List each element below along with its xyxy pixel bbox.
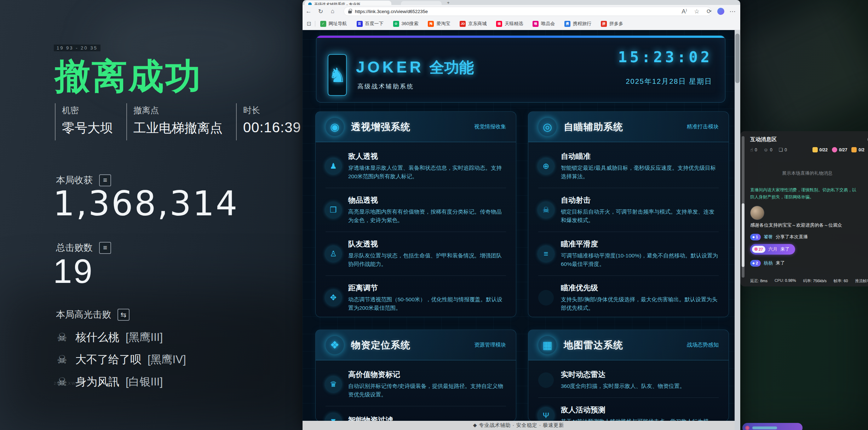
stat-duration: 时长 00:16:39 — [236, 103, 301, 140]
back-icon[interactable]: ← — [303, 8, 315, 15]
bookmark-item[interactable]: 百 百度一下 — [357, 21, 384, 27]
feature-item: ≡ 瞄准平滑度 可调节瞄准移动平滑度(10-100%)，避免不自然移动。默认设置… — [538, 232, 719, 268]
feature-item: ♙ 队友透视 显示队友位置与状态，包括生命值、护甲和装备情况。增强团队协同作战能… — [326, 232, 506, 268]
latency-stat: 延迟: 8ms — [750, 278, 768, 284]
card-header: ◉ 透视增强系统 视觉情报收集 — [316, 112, 516, 142]
streamer-avatar[interactable] — [750, 206, 764, 220]
viewer-icon: ☺ — [764, 147, 768, 152]
bookmark-item[interactable]: O 360搜索 — [393, 21, 419, 27]
feature-item: ☠ 自动射击 锁定目标后自动开火，可调节射击频率与模式。支持单发、连发和爆发模式… — [538, 188, 719, 225]
site-header-card: ♞ JOKER 全功能 高级战术辅助系统 15:23:02 2025年12月28… — [316, 35, 725, 103]
feature-card-esp: ◉ 透视增强系统 视觉情报收集 ♟ 敌人透视 穿透墙体显示敌人位置、装备和状态信… — [315, 111, 516, 317]
gift-counter: ❑ 0 — [779, 147, 787, 152]
feature-item: ♛ 高价值物资标记 自动识别并标记传奇/史诗级装备，提供最短路径。支持自定义物资… — [326, 370, 506, 399]
menu-ellipsis-icon[interactable]: ⋯ — [728, 8, 737, 15]
gift-quota-row: 0/22 0/27 0/2 — [812, 147, 864, 152]
hud-watermark: 290__XWAH — [54, 381, 82, 385]
highlight-kills-label: 本局高光击败 ⇆ — [56, 308, 130, 321]
scrollbar-thumb[interactable] — [735, 34, 740, 83]
home-icon[interactable]: ⌂ — [327, 8, 339, 15]
panel-scrollbar-thumb[interactable] — [742, 203, 745, 267]
enemy-skull-icon: ☠ — [55, 353, 69, 366]
bookmark-item[interactable]: JD 京东商城 — [460, 21, 487, 27]
bookmark-favicon: O — [393, 21, 399, 27]
url-text[interactable]: https://link.3ceng.cn/view/d652235e — [355, 9, 428, 14]
chat-message: ◆2 杨杨 来了 — [750, 260, 864, 267]
stat-map: 机密 零号大坝 — [55, 103, 113, 140]
enemy-group-icon: ♟ — [326, 158, 341, 174]
highlight-swap-icon[interactable]: ⇆ — [117, 309, 130, 321]
card-header: ◎ 自瞄辅助系统 精准打击模块 — [528, 112, 729, 142]
browser-scrollbar[interactable] — [735, 30, 740, 430]
new-tab-button[interactable]: + — [447, 0, 450, 5]
level-badge: ◆2 — [750, 260, 761, 267]
bookmarks-divider — [315, 21, 315, 27]
kill-row: ☠ 核什么桃 [黑鹰III] — [55, 326, 186, 348]
bookmark-favicon: 唯 — [533, 21, 539, 27]
cpu-stat: CPU: 0.98% — [775, 278, 796, 284]
secure-lock-icon — [348, 11, 352, 13]
thumbs-up-icon: ☝ — [750, 147, 753, 152]
browser-active-tab[interactable]: 高级战术辅助系统 - 专业版 — [305, 1, 391, 5]
vip-fan-icon — [745, 426, 749, 430]
beer-icon — [851, 147, 857, 152]
browser-second-tab[interactable] — [401, 1, 442, 5]
webpage-content: ♞ JOKER 全功能 高级战术辅助系统 15:23:02 2025年12月28… — [303, 30, 735, 421]
item-box-icon: ❒ — [326, 202, 341, 218]
bookmark-favicon: ✓ — [320, 21, 326, 27]
lollipop-quota: 0/27 — [832, 147, 847, 152]
tab-favicon — [308, 2, 312, 5]
crosshair-icon: ⊕ — [538, 158, 554, 174]
feature-item: Ψ 敌人活动预测 基于AI算法预测敌人移动路线与可能伏击点。学习敌人行为模 — [538, 397, 719, 421]
refresh-icon[interactable]: ↻ — [315, 8, 327, 15]
red-packet-quota: 0/22 — [812, 147, 828, 152]
bookmark-favicon: 携 — [564, 21, 570, 27]
sliders-icon: ≡ — [538, 246, 554, 262]
panel-title: 互动消息区 — [750, 136, 777, 143]
bookmark-item[interactable]: ✓ 网址导航 — [320, 21, 347, 27]
match-stats-row: 机密 零号大坝 撤离点 工业电梯撤离点 时长 00:16:39 — [55, 103, 315, 140]
bookmark-favicon: 猫 — [496, 21, 502, 27]
profile-avatar[interactable] — [717, 8, 724, 15]
sync-icon[interactable]: ⟳ — [705, 8, 713, 15]
level-badge: ◆1 — [750, 234, 761, 240]
kill-row: ☠ 大不了给了呗 [黑鹰IV] — [55, 348, 186, 371]
feature-card-loot: ❖ 物资定位系统 资源管理模块 ♛ 高价值物资标记 自动识别并标记传奇/史诗级装… — [315, 330, 516, 421]
feature-item: ⊕ 自动瞄准 智能锁定最近/最具威胁目标，毫秒级反应速度。支持优先级目标选择算法… — [538, 151, 719, 181]
address-bar[interactable]: https://link.3ceng.cn/view/d652235e — [344, 7, 712, 16]
panel-counter-row: ☝ 0 ☺ 0 ❑ 0 0/22 0/27 0/2 — [750, 147, 864, 152]
favorite-star-icon[interactable]: ☆ — [692, 8, 701, 15]
bookmark-item[interactable]: 淘 爱淘宝 — [428, 21, 450, 27]
sidebar-toggle-icon[interactable]: ⊡ — [307, 21, 311, 27]
feature-item: ▼ 智能物资过滤 — [326, 406, 506, 421]
joker-logo: ♞ — [328, 54, 347, 96]
read-aloud-icon[interactable]: A⁾ — [680, 8, 689, 15]
bookmark-favicon: JD — [460, 21, 466, 27]
card-header: ▦ 地图雷达系统 战场态势感知 — [528, 330, 729, 360]
bookmark-item[interactable]: 唯 唯品会 — [533, 21, 555, 27]
browser-navbar: ← ↻ ⌂ https://link.3ceng.cn/view/d652235… — [303, 5, 740, 18]
lollipop-icon — [832, 147, 837, 152]
kills-detail-list-icon[interactable]: ≡ — [99, 242, 111, 254]
bookmark-favicon: 拼 — [601, 21, 607, 27]
bookmark-item[interactable]: 携 携程旅行 — [564, 21, 591, 27]
date-display: 2025年12月28日 星期日 — [626, 77, 712, 86]
feature-card-radar: ▦ 地图雷达系统 战场态势感知 实时动态雷达 360度全向扫描，实时显示敌人、队… — [528, 330, 729, 421]
expand-arrows-icon: ✥ — [326, 290, 341, 306]
bookmark-item[interactable]: 拼 拼多多 — [601, 21, 623, 27]
stat-extraction-point: 撤离点 工业电梯撤离点 — [126, 103, 223, 140]
cube-icon: ❖ — [326, 336, 344, 354]
push-fps-stat: 推流帧率: 6 — [855, 278, 868, 284]
like-counter: ☝ 0 — [750, 147, 757, 152]
eye-icon: ◉ — [326, 118, 344, 136]
gift-icon: ❑ — [779, 147, 783, 152]
panel-scrollbar[interactable] — [742, 136, 745, 278]
bookmark-item[interactable]: 猫 天猫精选 — [496, 21, 523, 27]
navbar-right-icons: A⁾ ☆ ⟳ ⋯ — [680, 5, 737, 18]
clipped-chat-message — [742, 423, 803, 430]
streamer-message: 感谢各位支持的宝宝～欢迎进房的各～位观众 — [750, 222, 864, 228]
feature-item: ❒ 物品透视 高亮显示地图内所有有价值物资，按稀有度分类标记。传奇物品为金色，史… — [326, 188, 506, 225]
platform-safety-notice: 直播间内请大家理性消费，谨慎甄别。切勿私下交易，以 防人身财产损失，谨防网络诈骗… — [750, 186, 864, 201]
bookmarks-bar: ⊡ ✓ 网址导航 百 百度一下 O 360搜索 淘 爱淘宝 JD 京东商城 猫 … — [303, 18, 740, 30]
loot-total-value: 1,368,314 — [53, 184, 239, 223]
